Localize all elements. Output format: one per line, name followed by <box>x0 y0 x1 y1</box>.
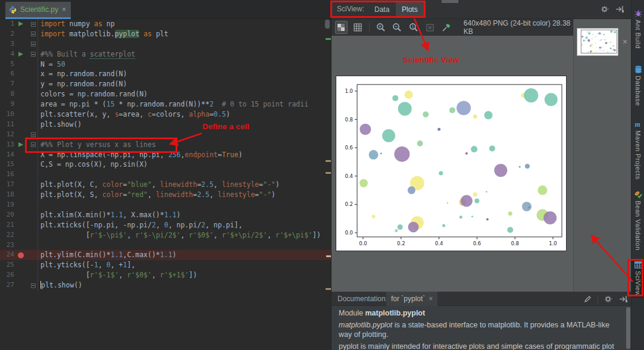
fold-marker-icon[interactable] <box>31 283 36 288</box>
code-editor[interactable]: 1import numpy as np2import matplotlib.py… <box>0 19 331 350</box>
run-cell-icon[interactable] <box>18 21 23 26</box>
code-line-21[interactable]: 21plt.xticks([-np.pi, -np.pi/2, 0, np.pi… <box>0 220 331 230</box>
scatter-point <box>508 211 512 215</box>
zoom-out-button[interactable] <box>391 21 403 34</box>
doc-scrollbar-thumb[interactable] <box>626 307 630 349</box>
line-number: 1 <box>0 19 14 29</box>
code-line-16[interactable]: 16 <box>0 170 331 180</box>
scatter-point <box>600 40 601 40</box>
code-line-19[interactable]: 19 <box>0 200 331 210</box>
tool-button-label: Ant Build <box>634 20 642 49</box>
code-text: plt.show() <box>40 120 82 130</box>
gear-icon[interactable] <box>604 295 613 304</box>
breakpoint-icon[interactable] <box>18 252 24 258</box>
actual-size-icon: 1 <box>409 23 418 32</box>
code-line-24[interactable]: 24plt.ylim(C.min()*1.1,C.max()*1.1) <box>0 250 331 260</box>
doc-tab-close-icon[interactable]: × <box>429 295 433 303</box>
doc-tab-label: for `pyplot` <box>391 295 425 303</box>
code-text: y = np.random.rand(N) <box>40 79 127 89</box>
tab-scientific-py[interactable]: Scientific.py × <box>5 2 71 17</box>
pycharm-window: Scientific.py × 1import numpy as np2impo… <box>0 0 644 350</box>
doc-line-module: Module matplotlib.pyplot <box>339 308 620 318</box>
scatter-point <box>380 152 382 154</box>
hide-panel-icon[interactable] <box>619 295 628 303</box>
code-line-15[interactable]: 15C,S = np.cos(X), np.sin(X) <box>0 160 331 170</box>
code-line-1[interactable]: 1import numpy as np <box>0 19 331 29</box>
code-text: plt.scatter(x, y, s=area, c=colors, alph… <box>40 110 230 120</box>
scatter-point <box>449 107 455 113</box>
grid-button[interactable] <box>352 21 364 34</box>
fit-zoom-button[interactable] <box>424 21 436 34</box>
code-line-11[interactable]: 11plt.show() <box>0 120 331 130</box>
line-number: 14 <box>0 150 14 160</box>
code-line-4[interactable]: 4#%% Built a scatterplot <box>0 49 331 60</box>
fold-marker-icon[interactable] <box>31 22 36 27</box>
code-line-8[interactable]: 8colors = np.random.rand(N) <box>0 89 331 99</box>
fold-marker-icon[interactable] <box>31 132 36 137</box>
thumbnail-svg <box>577 29 618 55</box>
code-line-22[interactable]: 22 [r'$-\pi$', r'$-\pi/2$', r'$0$', r'$+… <box>0 230 331 240</box>
scatter-point <box>489 145 495 151</box>
edit-pencil-icon[interactable] <box>584 295 592 303</box>
scatter-point <box>599 50 599 51</box>
color-picker-button[interactable] <box>440 21 452 34</box>
run-cell-icon[interactable] <box>18 142 23 147</box>
plot-thumbnail[interactable] <box>577 28 618 56</box>
run-cell-icon[interactable] <box>18 52 23 57</box>
line-number: 24 <box>0 250 14 260</box>
actual-size-button[interactable]: 1 <box>408 21 420 34</box>
transparency-grid-button[interactable] <box>335 21 348 34</box>
editor-scrollbar-thumb[interactable] <box>325 20 330 29</box>
bean-validation-icon <box>634 190 642 198</box>
code-line-5[interactable]: 5N = 50 <box>0 60 331 70</box>
tool-button-label: Bean Validation <box>634 201 642 251</box>
code-line-9[interactable]: 9area = np.pi * (15 * np.random.rand(N))… <box>0 99 331 110</box>
scatter-point <box>583 40 585 42</box>
code-line-18[interactable]: 18plt.plot(X, S, color="red", linewidth=… <box>0 190 331 200</box>
tool-button-database[interactable]: Database <box>632 65 644 106</box>
gear-icon[interactable] <box>601 5 609 14</box>
scatter-point <box>359 179 368 188</box>
code-line-26[interactable]: 26 [r'$-1$', r'$0$', r'$+1$']) <box>0 270 331 280</box>
svg-text:1.0: 1.0 <box>549 240 557 246</box>
hide-panel-icon[interactable] <box>615 5 624 13</box>
database-icon <box>634 65 642 73</box>
doc-line-intent: pyplot is mainly intended for interactiv… <box>339 342 620 350</box>
scatter-point <box>588 32 590 35</box>
code-line-3[interactable]: 3 <box>0 39 331 49</box>
tab-close-icon[interactable]: × <box>62 5 66 14</box>
tool-button-ant-build[interactable]: Ant Build <box>632 10 644 49</box>
fold-marker-icon[interactable] <box>31 42 36 46</box>
stripe-mark-warning <box>326 255 331 257</box>
line-number: 17 <box>0 180 14 190</box>
scatter-plot-svg: 0.00.20.40.60.81.00.00.20.40.60.81.0 <box>336 76 567 252</box>
code-line-27[interactable]: 27plt.show() <box>0 280 331 290</box>
svg-text:0.6: 0.6 <box>473 240 482 246</box>
line-number: 13 <box>0 140 14 150</box>
doc-tab-pyplot[interactable]: for `pyplot`× <box>386 292 437 306</box>
scatter-point <box>395 229 398 232</box>
line-number: 19 <box>0 200 14 210</box>
code-line-23[interactable]: 23 <box>0 240 331 251</box>
tool-button-maven-projects[interactable]: mMaven Projects <box>632 120 644 180</box>
scatter-point <box>524 88 538 102</box>
code-line-17[interactable]: 17plt.plot(X, C, color="blue", linewidth… <box>0 180 331 190</box>
tool-button-bean-validation[interactable]: Bean Validation <box>632 190 644 251</box>
gutter-separator <box>37 39 38 49</box>
gutter-separator <box>37 270 38 280</box>
code-line-7[interactable]: 7y = np.random.rand(N) <box>0 79 331 89</box>
code-line-6[interactable]: 6x = np.random.rand(N) <box>0 69 331 79</box>
code-line-10[interactable]: 10plt.scatter(x, y, s=area, c=colors, al… <box>0 110 331 120</box>
scatter-point <box>607 52 608 53</box>
line-number: 15 <box>0 160 14 170</box>
code-line-20[interactable]: 20plt.xlim(X.min()*1.1, X.max()*1.1) <box>0 210 331 220</box>
gutter-separator <box>37 170 38 180</box>
fold-marker-icon[interactable] <box>31 32 36 36</box>
plot-viewer[interactable]: 0.00.20.40.60.81.00.00.20.40.60.81.0 <box>332 36 573 292</box>
thumbnail-close-icon[interactable]: × <box>623 37 627 46</box>
documentation-header: Documentation: for `pyplot`× <box>332 292 632 306</box>
code-line-2[interactable]: 2import matplotlib.pyplot as plt <box>0 29 331 39</box>
code-line-25[interactable]: 25plt.yticks([-1, 0, +1], <box>0 260 331 270</box>
zoom-in-button[interactable] <box>375 21 387 34</box>
fold-marker-icon[interactable] <box>31 52 36 57</box>
